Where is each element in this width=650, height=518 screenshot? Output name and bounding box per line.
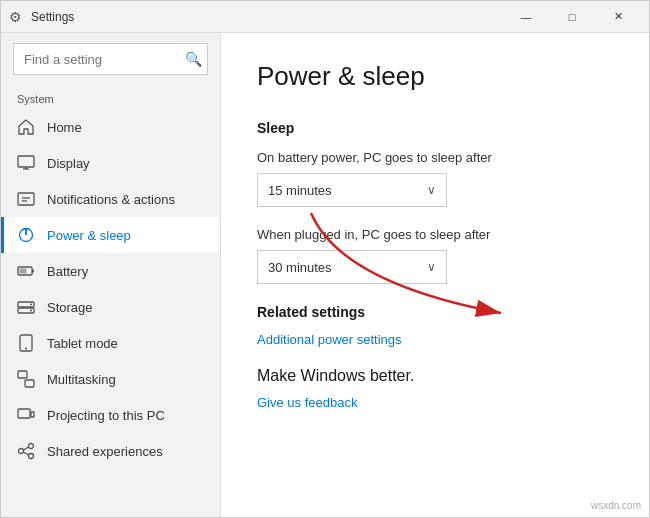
related-section-title: Related settings bbox=[257, 304, 613, 320]
sidebar: 🔍 System Home bbox=[1, 33, 221, 517]
search-input[interactable] bbox=[13, 43, 208, 75]
multitasking-icon bbox=[17, 370, 35, 388]
svg-rect-3 bbox=[18, 193, 34, 205]
give-feedback-link[interactable]: Give us feedback bbox=[257, 395, 357, 410]
notifications-icon bbox=[17, 190, 35, 208]
sidebar-item-multitasking-label: Multitasking bbox=[47, 372, 116, 387]
sidebar-item-shared-label: Shared experiences bbox=[47, 444, 163, 459]
sleep-section-title: Sleep bbox=[257, 120, 613, 136]
window-title: Settings bbox=[31, 10, 503, 24]
sidebar-item-storage-label: Storage bbox=[47, 300, 93, 315]
sidebar-item-home[interactable]: Home bbox=[1, 109, 220, 145]
display-icon bbox=[17, 154, 35, 172]
sidebar-item-tablet[interactable]: Tablet mode bbox=[1, 325, 220, 361]
svg-line-25 bbox=[24, 452, 29, 455]
battery-icon bbox=[17, 262, 35, 280]
window-controls: — □ ✕ bbox=[503, 1, 641, 33]
page-title: Power & sleep bbox=[257, 61, 613, 92]
title-bar: ⚙ Settings — □ ✕ bbox=[1, 1, 649, 33]
sidebar-item-projecting[interactable]: Projecting to this PC bbox=[1, 397, 220, 433]
watermark: wsxdn.com bbox=[591, 500, 641, 511]
svg-point-22 bbox=[29, 444, 34, 449]
make-better-title: Make Windows better. bbox=[257, 367, 613, 385]
home-icon bbox=[17, 118, 35, 136]
content-area: Power & sleep Sleep On battery power, PC… bbox=[221, 33, 649, 517]
svg-rect-17 bbox=[18, 371, 27, 378]
svg-rect-0 bbox=[18, 156, 34, 167]
sidebar-item-notifications[interactable]: Notifications & actions bbox=[1, 181, 220, 217]
search-container: 🔍 bbox=[13, 43, 208, 75]
main-layout: 🔍 System Home bbox=[1, 33, 649, 517]
battery-sleep-arrow: ∨ bbox=[427, 183, 436, 197]
sidebar-item-battery-label: Battery bbox=[47, 264, 88, 279]
storage-icon bbox=[17, 298, 35, 316]
sidebar-section-label: System bbox=[1, 85, 220, 109]
power-icon bbox=[17, 226, 35, 244]
plugged-sleep-dropdown[interactable]: 30 minutes ∨ bbox=[257, 250, 447, 284]
battery-sleep-label: On battery power, PC goes to sleep after bbox=[257, 150, 613, 165]
svg-rect-18 bbox=[25, 380, 34, 387]
sidebar-item-projecting-label: Projecting to this PC bbox=[47, 408, 165, 423]
sidebar-item-tablet-label: Tablet mode bbox=[47, 336, 118, 351]
projecting-icon bbox=[17, 406, 35, 424]
sidebar-item-multitasking[interactable]: Multitasking bbox=[1, 361, 220, 397]
svg-line-24 bbox=[24, 447, 29, 450]
close-button[interactable]: ✕ bbox=[595, 1, 641, 33]
sidebar-item-battery[interactable]: Battery bbox=[1, 253, 220, 289]
svg-point-23 bbox=[29, 454, 34, 459]
plugged-sleep-label: When plugged in, PC goes to sleep after bbox=[257, 227, 613, 242]
plugged-sleep-arrow: ∨ bbox=[427, 260, 436, 274]
battery-sleep-value: 15 minutes bbox=[268, 183, 332, 198]
svg-rect-20 bbox=[31, 412, 34, 417]
svg-point-16 bbox=[25, 348, 27, 350]
minimize-button[interactable]: — bbox=[503, 1, 549, 33]
plugged-sleep-value: 30 minutes bbox=[268, 260, 332, 275]
svg-rect-10 bbox=[20, 269, 27, 274]
svg-point-14 bbox=[30, 310, 32, 312]
svg-point-21 bbox=[19, 449, 24, 454]
sidebar-item-power[interactable]: Power & sleep bbox=[1, 217, 220, 253]
shared-icon bbox=[17, 442, 35, 460]
sidebar-item-home-label: Home bbox=[47, 120, 82, 135]
sidebar-item-shared[interactable]: Shared experiences bbox=[1, 433, 220, 469]
search-icon[interactable]: 🔍 bbox=[185, 51, 202, 67]
maximize-button[interactable]: □ bbox=[549, 1, 595, 33]
additional-power-settings-link[interactable]: Additional power settings bbox=[257, 332, 402, 347]
svg-rect-9 bbox=[32, 270, 34, 273]
svg-rect-19 bbox=[18, 409, 30, 418]
settings-window-icon: ⚙ bbox=[9, 9, 25, 25]
sidebar-item-display[interactable]: Display bbox=[1, 145, 220, 181]
tablet-icon bbox=[17, 334, 35, 352]
svg-point-13 bbox=[30, 304, 32, 306]
sidebar-item-storage[interactable]: Storage bbox=[1, 289, 220, 325]
sidebar-item-display-label: Display bbox=[47, 156, 90, 171]
settings-window: ⚙ Settings — □ ✕ 🔍 System bbox=[0, 0, 650, 518]
sidebar-item-power-label: Power & sleep bbox=[47, 228, 131, 243]
battery-sleep-dropdown[interactable]: 15 minutes ∨ bbox=[257, 173, 447, 207]
sidebar-item-notifications-label: Notifications & actions bbox=[47, 192, 175, 207]
